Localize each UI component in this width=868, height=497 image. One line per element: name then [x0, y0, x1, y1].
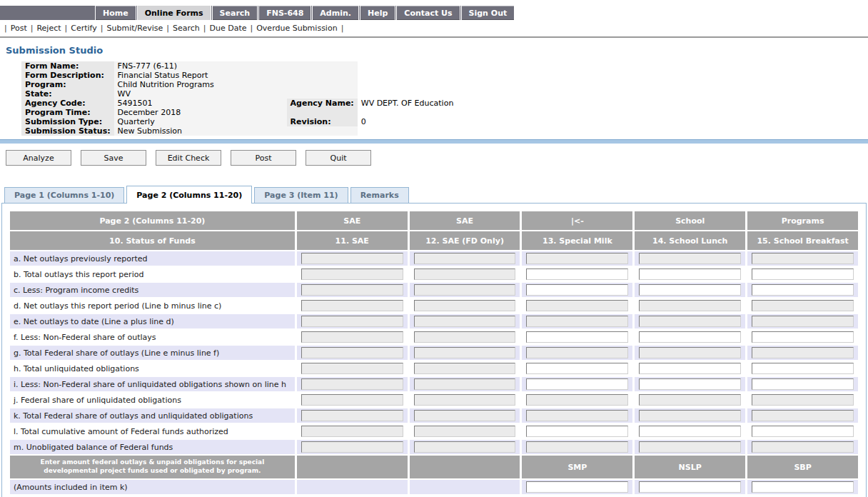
input-f-col11 [301, 331, 403, 343]
input-h-col13[interactable] [526, 363, 628, 374]
input-g-col13 [526, 347, 628, 358]
input-f-col13[interactable] [526, 331, 628, 343]
input-c-col15[interactable] [752, 284, 854, 296]
input-b-col13[interactable] [526, 268, 628, 280]
nav-item-admin[interactable]: Admin. [312, 6, 359, 20]
metadata-row-submission-status: Submission Status:New Submission [21, 126, 859, 136]
input-m-col14 [639, 441, 741, 453]
metadata-value-submission-type: Quarterly [114, 117, 287, 126]
nav-item-home[interactable]: Home [95, 6, 136, 20]
cell-g-col11 [297, 346, 408, 360]
input-k-col12 [414, 410, 516, 421]
tab-remarks[interactable]: Remarks [350, 187, 409, 203]
nav-item-fns-648[interactable]: FNS-648 [258, 6, 311, 20]
input-c-col14[interactable] [639, 284, 741, 296]
tab-page-3-item-11[interactable]: Page 3 (Item 11) [254, 187, 348, 203]
metadata-value2-empty [358, 80, 859, 89]
input-l-col13[interactable] [526, 426, 628, 437]
menu-item-certify[interactable]: Certify [71, 24, 97, 33]
cell-e-col11 [297, 314, 408, 328]
cell-m-col11 [297, 440, 408, 454]
post-button[interactable]: Post [231, 150, 296, 166]
row-label-j: j. Federal share of unliquidated obligat… [10, 393, 295, 407]
tab-page-1-columns-1-10[interactable]: Page 1 (Columns 1-10) [4, 187, 124, 203]
row-label-h: h. Total unliquidated obligations [10, 361, 295, 376]
metadata-row-form-name: Form Name:FNS-777 (6-11) [21, 61, 859, 71]
input-c-col11 [301, 284, 403, 296]
input-amounts-col14[interactable] [639, 481, 741, 493]
metadata-label2-empty [287, 71, 358, 80]
cell-h-col12 [410, 361, 520, 376]
save-button[interactable]: Save [81, 150, 146, 166]
metadata-row-form-description: Form Description:Financial Status Report [21, 71, 859, 80]
metadata-row-state: State:WV [21, 89, 859, 99]
nav-item-search[interactable]: Search [212, 6, 258, 20]
input-h-col14[interactable] [639, 363, 741, 374]
input-l-col14[interactable] [639, 426, 741, 437]
metadata-value-form-description: Financial Status Report [114, 71, 287, 80]
input-a-col14 [639, 253, 741, 264]
cell-l-col11 [297, 424, 408, 438]
special-header-col-nslp: NSLP [635, 456, 745, 478]
special-header-col-empty0 [297, 456, 408, 478]
cell-amounts-col14 [635, 480, 745, 494]
status-of-funds-table: Page 2 (Columns 11-20)SAESAE|<-SchoolPro… [8, 210, 860, 496]
cell-d-col14 [635, 298, 745, 313]
input-amounts-col15[interactable] [752, 481, 854, 493]
input-f-col15[interactable] [752, 331, 854, 343]
grid-header-group-cell-3: |<- [522, 211, 632, 230]
menu-item-due-date[interactable]: Due Date [209, 24, 246, 33]
input-j-col14 [639, 394, 741, 406]
cell-e-col15 [747, 314, 858, 328]
menu-item-post[interactable]: Post [11, 24, 27, 33]
cell-c-col11 [297, 283, 408, 297]
nav-item-contact-us[interactable]: Contact Us [396, 6, 460, 20]
input-g-col15 [752, 347, 854, 358]
input-c-col13[interactable] [526, 284, 628, 296]
page-title: Submission Studio [6, 45, 868, 56]
cell-b-col13 [522, 267, 632, 281]
metadata-value-state: WV [114, 89, 287, 99]
nav-item-help[interactable]: Help [360, 6, 395, 20]
edit-check-button[interactable]: Edit Check [156, 150, 221, 166]
cell-j-col14 [635, 393, 745, 407]
input-l-col15[interactable] [752, 426, 854, 437]
cell-b-col15 [747, 267, 858, 281]
menu-item-submit-revise[interactable]: Submit/Revise [107, 24, 163, 33]
menu-item-reject[interactable]: Reject [36, 24, 61, 33]
cell-e-col13 [522, 314, 632, 328]
menu-item-search[interactable]: Search [173, 24, 200, 33]
metadata-row-program-time: Program Time:December 2018 [21, 108, 859, 117]
grid-header-columns-cell-1: 11. SAE [297, 231, 408, 250]
input-h-col15[interactable] [752, 363, 854, 374]
input-i-col15[interactable] [752, 378, 854, 390]
quit-button[interactable]: Quit [306, 150, 371, 166]
input-d-col13 [526, 300, 628, 311]
cell-a-col14 [635, 251, 745, 266]
nav-item-sign-out[interactable]: Sign Out [461, 6, 515, 20]
input-e-col12 [414, 316, 516, 327]
cell-i-col11 [297, 377, 408, 391]
cell-b-col12 [410, 267, 520, 281]
input-f-col14[interactable] [639, 331, 741, 343]
special-header-col-smp: SMP [522, 456, 632, 478]
cell-c-col15 [747, 283, 858, 297]
nav-item-online-forms[interactable]: Online Forms [137, 6, 211, 20]
tab-page-2-columns-11-20[interactable]: Page 2 (Columns 11-20) [126, 186, 252, 204]
metadata-value2-empty [358, 89, 859, 99]
table-row-j: j. Federal share of unliquidated obligat… [10, 393, 858, 407]
row-label-l: l. Total cumulative amount of Federal fu… [10, 424, 295, 438]
cell-d-col12 [410, 298, 520, 313]
grid-special-header: Enter amount federal outlays & unpaid ob… [10, 456, 858, 478]
input-b-col14[interactable] [639, 268, 741, 280]
menu-item-overdue-submission[interactable]: Overdue Submission [256, 24, 337, 33]
analyze-button[interactable]: Analyze [6, 150, 71, 166]
input-i-col14[interactable] [639, 378, 741, 390]
input-i-col13[interactable] [526, 378, 628, 390]
input-b-col15[interactable] [752, 268, 854, 280]
metadata-value2-empty [358, 71, 859, 80]
metadata-row-submission-type: Submission Type:QuarterlyRevision:0 [21, 117, 859, 126]
grid-header-group-cell-2: SAE [410, 211, 520, 230]
input-amounts-col13[interactable] [526, 481, 628, 493]
row-label-e: e. Net outlays to date (Line a plus line… [10, 314, 295, 328]
